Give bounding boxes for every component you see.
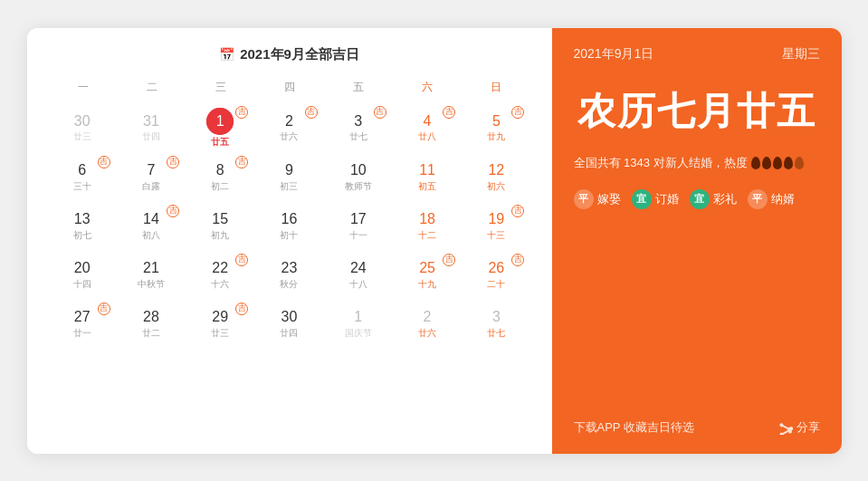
day-cell[interactable]: 10教师节 bbox=[325, 154, 392, 201]
tag-level-jiaju: 平 bbox=[574, 189, 594, 209]
tag-caili: 宜 彩礼 bbox=[690, 189, 737, 209]
day-number: 5 bbox=[492, 112, 501, 130]
day-sub: 廿八 bbox=[418, 130, 436, 143]
day-cell[interactable]: 20十四 bbox=[49, 252, 116, 299]
day-sub: 廿六 bbox=[418, 327, 436, 340]
day-cell[interactable]: 3廿七 bbox=[463, 301, 529, 348]
day-sub: 初二 bbox=[211, 180, 229, 193]
day-cell[interactable]: 1国庆节 bbox=[325, 301, 392, 348]
marriage-text: 全国共有 1343 对新人结婚，热度 bbox=[574, 155, 748, 171]
days-grid: 30廿三31廿四吉1廿五吉2廿六吉3廿七吉4廿八吉5廿九吉6三十吉7白露吉8初二… bbox=[49, 104, 530, 348]
day-number: 7 bbox=[147, 161, 155, 178]
share-icon bbox=[778, 420, 793, 435]
day-cell[interactable]: 18十二 bbox=[394, 203, 461, 250]
day-cell[interactable]: 2廿六 bbox=[394, 301, 461, 348]
day-cell[interactable]: 11初五 bbox=[394, 154, 461, 201]
day-number: 29 bbox=[212, 308, 228, 325]
day-cell[interactable]: 28廿二 bbox=[118, 301, 185, 348]
day-sub: 初九 bbox=[211, 229, 229, 242]
tag-jiaju: 平 嫁娶 bbox=[574, 189, 621, 209]
day-sub: 廿五 bbox=[211, 136, 229, 149]
day-cell[interactable]: 吉22十六 bbox=[186, 252, 253, 299]
weekday-sat: 六 bbox=[393, 76, 462, 99]
day-cell[interactable]: 21中秋节 bbox=[118, 252, 185, 299]
day-sub: 十一 bbox=[349, 229, 367, 242]
day-cell[interactable]: 吉26二十 bbox=[463, 252, 529, 299]
main-container: 📅 2021年9月全部吉日 一 二 三 四 五 六 日 30廿三31廿四吉1廿五… bbox=[27, 28, 842, 454]
day-number: 15 bbox=[212, 210, 228, 227]
day-sub: 廿三 bbox=[211, 327, 229, 340]
day-cell[interactable]: 吉19十三 bbox=[463, 203, 529, 250]
share-button[interactable]: 分享 bbox=[778, 419, 820, 436]
day-sub: 十二 bbox=[418, 229, 436, 242]
day-cell[interactable]: 吉27廿一 bbox=[49, 301, 116, 348]
day-sub: 秋分 bbox=[280, 278, 298, 291]
day-sub: 廿一 bbox=[73, 327, 91, 340]
ji-badge: 吉 bbox=[443, 106, 455, 119]
day-cell[interactable]: 吉8初二 bbox=[186, 154, 253, 201]
day-number: 14 bbox=[143, 210, 159, 227]
day-cell[interactable]: 9初三 bbox=[255, 154, 322, 201]
day-sub: 十四 bbox=[73, 278, 91, 291]
droplet-1 bbox=[751, 157, 760, 169]
ji-badge: 吉 bbox=[443, 254, 455, 266]
day-cell[interactable]: 吉7白露 bbox=[118, 154, 185, 201]
day-number: 4 bbox=[424, 112, 432, 130]
day-number: 26 bbox=[488, 259, 504, 276]
weekday-fri: 五 bbox=[324, 76, 393, 99]
day-number: 28 bbox=[143, 308, 159, 325]
day-cell[interactable]: 16初十 bbox=[255, 203, 322, 250]
day-cell[interactable]: 吉3廿七 bbox=[325, 104, 392, 152]
day-cell[interactable]: 吉6三十 bbox=[49, 154, 116, 201]
day-sub: 廿四 bbox=[142, 130, 160, 143]
day-cell[interactable]: 吉14初八 bbox=[118, 203, 185, 250]
right-panel: 2021年9月1日 星期三 农历七月廿五 全国共有 1343 对新人结婚，热度 … bbox=[552, 28, 842, 454]
day-number: 20 bbox=[74, 259, 91, 276]
tag-dingpan: 宜 订婚 bbox=[632, 189, 679, 209]
day-cell[interactable]: 30廿四 bbox=[255, 301, 322, 348]
day-number: 3 bbox=[492, 308, 501, 325]
day-number: 30 bbox=[281, 308, 298, 325]
weekday-label: 星期三 bbox=[782, 46, 820, 63]
ji-badge: 吉 bbox=[235, 254, 248, 266]
day-cell[interactable]: 23秋分 bbox=[255, 252, 322, 299]
day-sub: 教师节 bbox=[345, 180, 372, 193]
day-cell[interactable]: 吉5廿九 bbox=[463, 104, 529, 152]
day-cell[interactable]: 31廿四 bbox=[118, 104, 185, 152]
day-number: 8 bbox=[216, 161, 224, 178]
day-cell[interactable]: 吉29廿三 bbox=[186, 301, 253, 348]
day-cell[interactable]: 30廿三 bbox=[49, 104, 116, 152]
day-cell[interactable]: 24十八 bbox=[325, 252, 392, 299]
tag-level-caili: 宜 bbox=[690, 189, 710, 209]
ji-badge: 吉 bbox=[511, 106, 524, 119]
day-number: 21 bbox=[143, 259, 159, 276]
day-sub: 十六 bbox=[211, 278, 229, 291]
download-text[interactable]: 下载APP 收藏吉日待选 bbox=[574, 419, 694, 436]
day-cell[interactable]: 13初七 bbox=[49, 203, 116, 250]
day-number: 12 bbox=[488, 161, 504, 178]
day-number: 2 bbox=[285, 112, 293, 130]
full-date: 2021年9月1日 bbox=[574, 46, 654, 63]
day-sub: 初十 bbox=[280, 229, 298, 242]
day-sub: 二十 bbox=[487, 278, 505, 291]
day-sub: 廿二 bbox=[142, 327, 160, 340]
ji-badge: 吉 bbox=[305, 106, 318, 119]
day-sub: 初五 bbox=[418, 180, 436, 193]
date-row: 2021年9月1日 星期三 bbox=[574, 46, 820, 63]
day-sub: 初八 bbox=[142, 229, 160, 242]
lunar-date: 农历七月廿五 bbox=[574, 86, 820, 137]
day-cell[interactable]: 吉4廿八 bbox=[394, 104, 461, 152]
weekday-sun: 日 bbox=[462, 76, 530, 99]
day-cell[interactable]: 12初六 bbox=[463, 154, 529, 201]
droplets bbox=[751, 157, 804, 169]
day-sub: 廿六 bbox=[280, 130, 298, 143]
day-number: 19 bbox=[488, 210, 504, 227]
calendar-header: 📅 2021年9月全部吉日 bbox=[49, 46, 530, 63]
share-label: 分享 bbox=[796, 419, 820, 436]
day-cell[interactable]: 吉1廿五 bbox=[186, 104, 253, 152]
day-cell[interactable]: 15初九 bbox=[186, 203, 253, 250]
day-cell[interactable]: 吉25十九 bbox=[394, 252, 461, 299]
day-cell[interactable]: 17十一 bbox=[325, 203, 392, 250]
day-number: 18 bbox=[419, 210, 435, 227]
day-cell[interactable]: 吉2廿六 bbox=[255, 104, 322, 152]
